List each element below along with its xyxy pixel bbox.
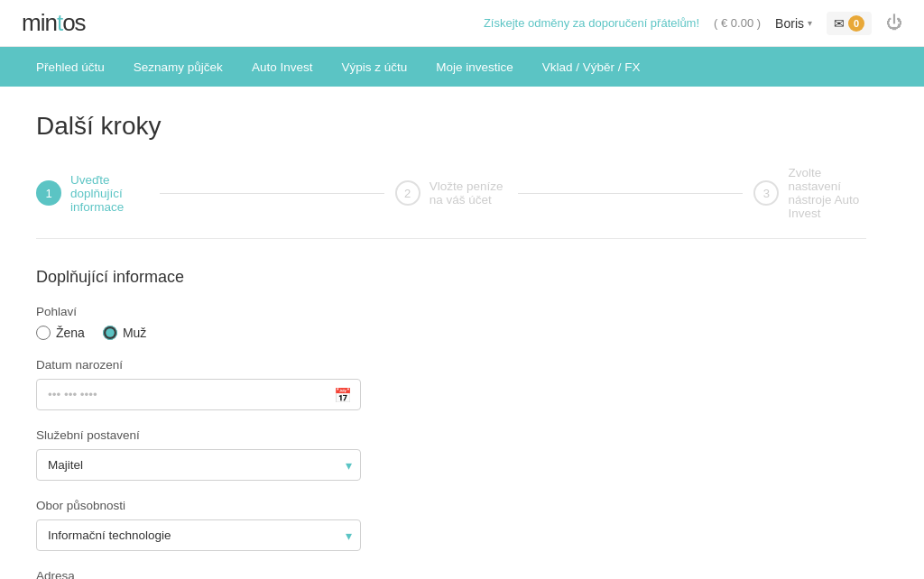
sluzebni-select[interactable]: Majitel Ředitel Manager Zaměstnanec Jiné bbox=[36, 449, 361, 481]
step-3: 3 Zvolte nastavení nástroje Auto Invest bbox=[753, 166, 866, 220]
gender-option-zena[interactable]: Žena bbox=[36, 326, 85, 340]
step-3-label: Zvolte nastavení nástroje Auto Invest bbox=[788, 166, 866, 220]
gender-option-muz[interactable]: Muž bbox=[103, 326, 146, 340]
user-name-label: Boris bbox=[775, 16, 804, 31]
balance-display: ( € 0.00 ) bbox=[714, 16, 761, 30]
chevron-down-icon: ▾ bbox=[808, 18, 812, 28]
gender-label: Pohlaví bbox=[36, 305, 866, 318]
step-2-label: Vložte peníze na váš účet bbox=[430, 179, 508, 207]
dob-group: Datum narození 📅 bbox=[36, 358, 866, 410]
step-3-circle: 3 bbox=[753, 180, 779, 206]
adresa-label: Adresa bbox=[36, 569, 866, 579]
page-title: Další kroky bbox=[36, 112, 866, 141]
obor-group: Obor působnosti Informační technologie F… bbox=[36, 499, 866, 551]
nav-item-investice[interactable]: Moje investice bbox=[421, 47, 528, 87]
gender-zena-label: Žena bbox=[56, 326, 85, 340]
user-menu[interactable]: Boris ▾ bbox=[775, 16, 812, 31]
dob-input[interactable] bbox=[36, 379, 361, 410]
adresa-group: Adresa bbox=[36, 569, 866, 579]
top-bar: mintos Získejte odměny za doporučení přá… bbox=[0, 0, 924, 47]
step-divider-1 bbox=[160, 193, 384, 194]
radio-group-gender: Žena Muž bbox=[36, 326, 866, 340]
envelope-icon: ✉ bbox=[834, 16, 845, 31]
sluzebni-group: Služební postavení Majitel Ředitel Manag… bbox=[36, 428, 866, 481]
stepper: 1 Uveďte doplňující informace 2 Vložte p… bbox=[36, 166, 866, 239]
notification-count: 0 bbox=[848, 15, 864, 32]
logout-button[interactable]: ⏻ bbox=[886, 14, 902, 32]
gender-radio-zena[interactable] bbox=[36, 326, 51, 340]
step-1-label: Uveďte doplňující informace bbox=[70, 173, 149, 214]
nav-item-prehled[interactable]: Přehled účtu bbox=[22, 47, 119, 87]
step-divider-2 bbox=[518, 193, 743, 194]
logo: mintos bbox=[22, 9, 86, 37]
step-2-circle: 2 bbox=[395, 180, 420, 206]
calendar-icon[interactable]: 📅 bbox=[334, 386, 352, 403]
step-1: 1 Uveďte doplňující informace bbox=[36, 173, 149, 214]
sluzebni-select-wrapper: Majitel Ředitel Manager Zaměstnanec Jiné… bbox=[36, 449, 361, 481]
step-1-circle: 1 bbox=[36, 180, 61, 206]
dob-input-wrapper: 📅 bbox=[36, 379, 361, 410]
obor-select-wrapper: Informační technologie Finance Zdravotni… bbox=[36, 519, 361, 551]
referral-link[interactable]: Získejte odměny za doporučení přátelům! bbox=[484, 16, 699, 30]
nav-item-seznamy[interactable]: Seznamy půjček bbox=[119, 47, 237, 87]
nav-bar: Přehled účtu Seznamy půjček Auto Invest … bbox=[0, 47, 924, 87]
nav-item-vklad[interactable]: Vklad / Výběr / FX bbox=[528, 47, 655, 87]
section-title: Doplňující informace bbox=[36, 268, 866, 287]
step-2: 2 Vložte peníze na váš účet bbox=[395, 179, 508, 207]
obor-select[interactable]: Informační technologie Finance Zdravotni… bbox=[36, 519, 361, 551]
gender-group: Pohlaví Žena Muž bbox=[36, 305, 866, 340]
dob-label: Datum narození bbox=[36, 358, 866, 372]
nav-item-autoinvest[interactable]: Auto Invest bbox=[237, 47, 328, 87]
gender-radio-muz[interactable] bbox=[103, 326, 117, 340]
obor-label: Obor působnosti bbox=[36, 499, 866, 512]
sluzebni-label: Služební postavení bbox=[36, 428, 866, 442]
main-content: Další kroky 1 Uveďte doplňující informac… bbox=[0, 87, 902, 579]
top-bar-right: Získejte odměny za doporučení přátelům! … bbox=[484, 12, 902, 35]
nav-item-vypis[interactable]: Výpis z účtu bbox=[327, 47, 421, 87]
notification-button[interactable]: ✉ 0 bbox=[827, 12, 872, 35]
gender-muz-label: Muž bbox=[123, 326, 146, 340]
